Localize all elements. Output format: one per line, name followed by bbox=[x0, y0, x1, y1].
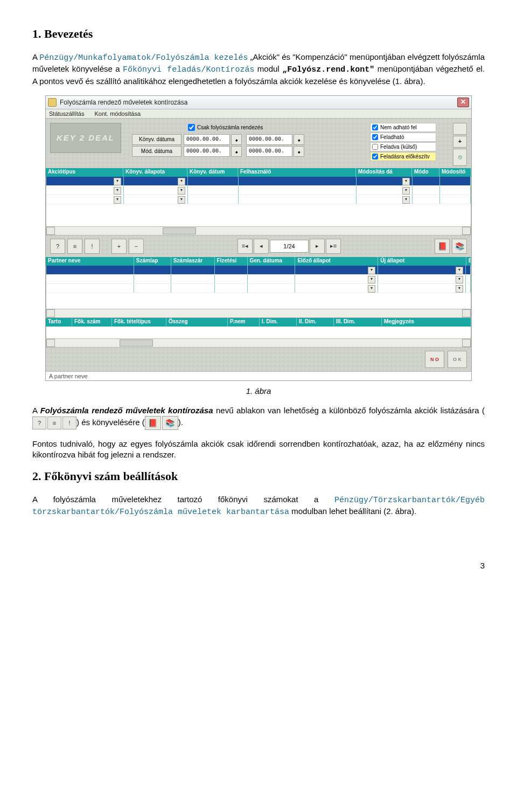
grid1-row[interactable] bbox=[46, 186, 471, 195]
grid1-header: Akciótípus Könyv. állapota Könyv. dátum … bbox=[46, 168, 471, 177]
konyv-datum-to[interactable]: 0000.00.00. bbox=[246, 134, 292, 145]
cancel-btn[interactable]: ⦸ bbox=[453, 149, 467, 166]
konyv-datum-label[interactable]: Könyv. dátuma bbox=[132, 134, 181, 145]
mod-datum-from-btn[interactable]: ⬥ bbox=[231, 146, 242, 157]
intro-path2: Főkönyvi feladás/Kontírozás bbox=[123, 65, 254, 74]
konyv-datum-from-btn[interactable]: ⬥ bbox=[231, 134, 242, 145]
menu-kontmod[interactable]: Kont. módosítása bbox=[94, 110, 141, 117]
g1h5: Módosítás dá bbox=[356, 168, 412, 177]
mod-datum-from[interactable]: 0000.00.00. bbox=[184, 146, 230, 157]
alert-button[interactable]: ! bbox=[85, 239, 100, 254]
scroll-thumb[interactable] bbox=[120, 339, 153, 346]
alert-icon: ! bbox=[62, 417, 76, 429]
intro-p1c: modul bbox=[254, 64, 282, 73]
g1h3: Könyv. dátum bbox=[187, 168, 238, 177]
opt-nemadhato[interactable]: Nem adható fel bbox=[370, 123, 436, 132]
g2h8: B. k bbox=[466, 257, 471, 266]
prev-button[interactable]: ◂ bbox=[254, 239, 269, 254]
g3h5: P.nem bbox=[228, 318, 260, 327]
status-bar: A partner neve bbox=[46, 371, 471, 380]
g3h4: Összeg bbox=[166, 318, 228, 327]
scroll-right-icon[interactable] bbox=[462, 227, 471, 235]
g1h1: Akciótípus bbox=[46, 168, 123, 177]
g3h3: Fők. tételtípus bbox=[112, 318, 166, 327]
minus-button[interactable]: − bbox=[129, 239, 144, 254]
konyv-datum-from[interactable]: 0000.00.00. bbox=[184, 134, 230, 145]
scroll-left-icon[interactable] bbox=[46, 339, 55, 347]
grid3-hscroll[interactable] bbox=[46, 339, 471, 348]
scroll-right-icon[interactable] bbox=[462, 339, 471, 347]
next-button[interactable]: ▸ bbox=[310, 239, 325, 254]
grid1-hscroll[interactable] bbox=[46, 227, 471, 235]
pager: ≡◂ ◂ 1/24 ▸ ▸≡ bbox=[237, 239, 341, 254]
window-title: Folyószámla rendező műveletek kontírozás… bbox=[60, 99, 457, 106]
grid2-body[interactable] bbox=[46, 266, 471, 309]
paragraph-2: A Folyószámla rendező műveletek kontíroz… bbox=[32, 405, 485, 430]
scroll-right-icon[interactable] bbox=[462, 309, 471, 317]
last-button[interactable]: ▸≡ bbox=[326, 239, 341, 254]
plus-btn[interactable]: + bbox=[453, 136, 467, 148]
g3h8: III. Dim. bbox=[334, 318, 382, 327]
scroll-left-icon[interactable] bbox=[46, 309, 55, 317]
plus-button[interactable]: + bbox=[111, 239, 127, 254]
drop-icon[interactable] bbox=[114, 196, 121, 204]
figure1-caption: 1. ábra bbox=[32, 386, 485, 395]
first-button[interactable]: ≡◂ bbox=[237, 239, 253, 254]
mod-datum-label[interactable]: Mód. dátuma bbox=[132, 146, 181, 157]
close-button[interactable]: ✕ bbox=[457, 98, 469, 107]
paragraph-4: A folyószámla műveletekhez tartozó főkön… bbox=[32, 494, 485, 518]
no-button[interactable]: N O bbox=[425, 351, 444, 368]
opt3-label: Feladva (külső) bbox=[380, 144, 417, 150]
drop-icon[interactable] bbox=[402, 196, 410, 204]
drop-icon[interactable] bbox=[368, 276, 375, 283]
g1h6: Módo bbox=[412, 168, 439, 177]
drop-icon[interactable] bbox=[368, 267, 375, 274]
opt-elokeszitve[interactable]: Feladásra előkészítv bbox=[370, 152, 436, 161]
drop-icon[interactable] bbox=[402, 187, 410, 195]
mod-datum-to[interactable]: 0000.00.00. bbox=[246, 146, 292, 157]
page-number: 3 bbox=[32, 561, 485, 570]
g2h7: Új állapot bbox=[378, 257, 466, 266]
list-button[interactable]: ≡ bbox=[67, 239, 82, 254]
drop-icon[interactable] bbox=[178, 196, 185, 204]
drop-icon[interactable] bbox=[114, 187, 121, 195]
menu-status[interactable]: Státuszállítás bbox=[49, 110, 84, 117]
grid1-row-sel[interactable] bbox=[46, 177, 471, 186]
inline-icons-list: ?≡! bbox=[32, 417, 76, 429]
g2h2: Számlap bbox=[134, 257, 171, 266]
mod-datum-to-btn[interactable]: ⬥ bbox=[294, 146, 304, 157]
book-stack-button[interactable]: 📚 bbox=[452, 239, 467, 254]
ok-button[interactable]: O K bbox=[448, 351, 467, 368]
drop-icon[interactable] bbox=[178, 187, 185, 195]
drop-icon[interactable] bbox=[178, 178, 185, 185]
grid2-row[interactable] bbox=[46, 284, 471, 293]
section2-heading: 2. Főkönyvi szám beállítások bbox=[32, 469, 485, 483]
grid1-row[interactable] bbox=[46, 195, 471, 204]
drop-icon[interactable] bbox=[456, 267, 463, 274]
drop-icon[interactable] bbox=[114, 178, 121, 185]
grid3-header: Tarto Fők. szám Fők. tételtípus Összeg P… bbox=[46, 318, 471, 327]
grid1-body[interactable] bbox=[46, 177, 471, 227]
g2h3: Számlaszár bbox=[171, 257, 215, 266]
scroll-up-btn[interactable] bbox=[453, 123, 467, 135]
g2h4: Fizetési bbox=[215, 257, 248, 266]
grid2-hscroll[interactable] bbox=[46, 309, 471, 318]
book-red-button[interactable]: 📕 bbox=[435, 239, 450, 254]
grid2-row-sel[interactable] bbox=[46, 266, 471, 275]
query-icon: ? bbox=[32, 417, 46, 429]
drop-icon[interactable] bbox=[402, 178, 410, 185]
scroll-left-icon[interactable] bbox=[46, 227, 55, 235]
drop-icon[interactable] bbox=[456, 285, 463, 293]
grid2-row[interactable] bbox=[46, 275, 471, 284]
drop-icon[interactable] bbox=[368, 285, 375, 293]
opt-feladva[interactable]: Feladva (külső) bbox=[370, 142, 436, 151]
grid3-body[interactable] bbox=[46, 327, 471, 339]
query-button[interactable]: ? bbox=[50, 239, 65, 254]
opt-feladhato[interactable]: Feladható bbox=[370, 133, 436, 142]
konyv-datum-to-btn[interactable]: ⬥ bbox=[294, 134, 304, 145]
p2a: A bbox=[32, 406, 40, 415]
opt4-label: Feladásra előkészítv bbox=[380, 154, 430, 159]
csak-checkbox[interactable] bbox=[188, 124, 195, 131]
drop-icon[interactable] bbox=[456, 276, 463, 283]
scroll-thumb[interactable] bbox=[163, 227, 196, 234]
